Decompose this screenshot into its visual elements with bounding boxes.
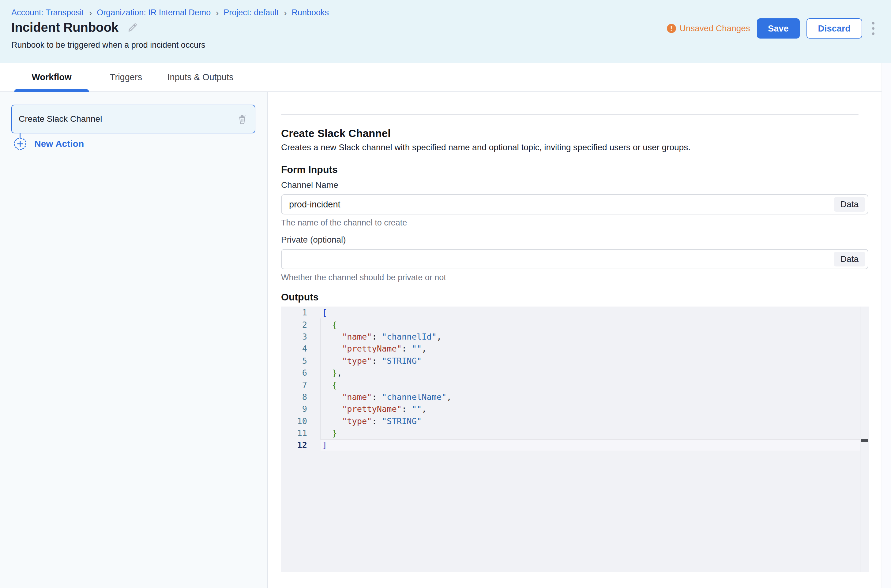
action-card-label: Create Slack Channel: [19, 114, 236, 124]
tab-label: Workflow: [32, 72, 72, 82]
code-line[interactable]: 4 "prettyName": "",: [281, 343, 869, 355]
tab-label: Triggers: [110, 72, 142, 82]
line-number: 6: [281, 368, 321, 378]
channel-name-input[interactable]: prod-incident Data: [281, 194, 868, 214]
action-detail-panel: Create Slack Channel Creates a new Slack…: [268, 92, 891, 588]
warning-icon: !: [667, 24, 676, 33]
page-scrollbar-area[interactable]: [882, 63, 891, 588]
code-text: "type": "STRING": [321, 355, 860, 367]
line-number: 9: [281, 404, 321, 414]
code-text: }: [321, 427, 860, 439]
trash-icon: [236, 113, 248, 125]
code-line[interactable]: 5 "type": "STRING": [281, 355, 869, 367]
discard-button[interactable]: Discard: [807, 18, 862, 39]
code-text: "name": "channelId",: [321, 331, 860, 343]
data-button[interactable]: Data: [834, 197, 865, 212]
field-label: Channel Name: [281, 180, 891, 190]
page-header: Account: Transposit › Organization: IR I…: [0, 0, 891, 63]
code-text: {: [321, 318, 860, 330]
workflow-steps-panel: Create Slack Channel: [0, 92, 268, 588]
code-line[interactable]: 7 {: [281, 379, 869, 391]
line-number: 11: [281, 428, 321, 438]
code-text: [: [321, 306, 860, 318]
line-number: 3: [281, 332, 321, 341]
step-connector-line: [20, 134, 21, 138]
code-line[interactable]: 11 }: [281, 427, 869, 439]
input-value: prod-incident: [289, 200, 834, 210]
kebab-menu-icon[interactable]: [869, 20, 877, 38]
line-number: 1: [281, 308, 321, 317]
unsaved-changes-label: Unsaved Changes: [680, 24, 750, 33]
code-lines: 1[2 {3 "name": "channelId",4 "prettyName…: [281, 306, 869, 451]
active-tab-underline: [14, 89, 89, 92]
outputs-heading: Outputs: [281, 291, 891, 303]
line-number: 8: [281, 392, 321, 402]
field-label: Private (optional): [281, 235, 891, 245]
tab-label: Inputs & Outputs: [167, 72, 233, 82]
code-text: ]: [321, 439, 860, 451]
tab-inputs-outputs[interactable]: Inputs & Outputs: [163, 63, 238, 91]
save-button[interactable]: Save: [757, 18, 800, 39]
code-line[interactable]: 3 "name": "channelId",: [281, 331, 869, 343]
form-inputs-heading: Form Inputs: [281, 164, 891, 175]
code-text: "type": "STRING": [321, 415, 860, 427]
code-text: },: [321, 367, 860, 379]
page-title: Incident Runbook: [11, 20, 119, 35]
code-line[interactable]: 12]: [281, 439, 869, 451]
code-line[interactable]: 10 "type": "STRING": [281, 415, 869, 427]
action-title: Create Slack Channel: [281, 127, 891, 140]
page-subtitle: Runbook to be triggered when a prod inci…: [11, 40, 205, 50]
line-number: 4: [281, 344, 321, 353]
breadcrumb-account[interactable]: Account: Transposit: [11, 8, 84, 18]
line-number: 5: [281, 356, 321, 366]
line-number: 7: [281, 380, 321, 390]
tab-bar: Workflow Triggers Inputs & Outputs: [0, 63, 891, 92]
field-channel-name: Channel Name prod-incident Data The name…: [281, 180, 891, 228]
code-line[interactable]: 1[: [281, 306, 869, 318]
action-card-create-slack-channel[interactable]: Create Slack Channel: [11, 105, 255, 134]
edit-title-button[interactable]: [127, 22, 138, 33]
new-action-button[interactable]: New Action: [14, 138, 84, 150]
plus-circle-icon: [14, 138, 26, 150]
code-text: {: [321, 379, 860, 391]
breadcrumb-organization[interactable]: Organization: IR Internal Demo: [97, 8, 211, 18]
code-line[interactable]: 2 {: [281, 318, 869, 330]
line-number: 2: [281, 320, 321, 330]
breadcrumb-runbooks[interactable]: Runbooks: [292, 8, 329, 18]
gutter-separator: [321, 318, 321, 440]
breadcrumb-project[interactable]: Project: default: [224, 8, 278, 18]
chevron-right-icon: ›: [215, 9, 218, 17]
pencil-icon: [127, 22, 138, 33]
tab-triggers[interactable]: Triggers: [89, 63, 163, 91]
code-line[interactable]: 6 },: [281, 367, 869, 379]
code-line[interactable]: 9 "prettyName": "",: [281, 403, 869, 415]
unsaved-changes-badge: ! Unsaved Changes: [667, 24, 750, 33]
field-help-text: Whether the channel should be private or…: [281, 273, 891, 282]
breadcrumb: Account: Transposit › Organization: IR I…: [11, 8, 329, 18]
delete-action-button[interactable]: [236, 113, 248, 125]
line-number: 12: [281, 440, 321, 450]
line-number: 10: [281, 416, 321, 426]
new-action-label: New Action: [34, 139, 84, 149]
outputs-editor[interactable]: 1[2 {3 "name": "channelId",4 "prettyName…: [281, 306, 869, 572]
chevron-right-icon: ›: [89, 9, 92, 17]
code-line[interactable]: 8 "name": "channelName",: [281, 391, 869, 403]
code-text: "prettyName": "",: [321, 343, 860, 355]
action-description: Creates a new Slack channel with specifi…: [281, 142, 891, 152]
private-input[interactable]: Data: [281, 249, 868, 269]
field-help-text: The name of the channel to create: [281, 218, 891, 228]
chevron-right-icon: ›: [283, 9, 287, 17]
field-private: Private (optional) Data Whether the chan…: [281, 235, 891, 282]
divider: [281, 114, 859, 115]
code-text: "prettyName": "",: [321, 403, 860, 415]
data-button[interactable]: Data: [834, 252, 865, 267]
code-text: "name": "channelName",: [321, 391, 860, 403]
tab-workflow[interactable]: Workflow: [14, 63, 89, 91]
editor-scrollbar-thumb[interactable]: [861, 439, 868, 442]
